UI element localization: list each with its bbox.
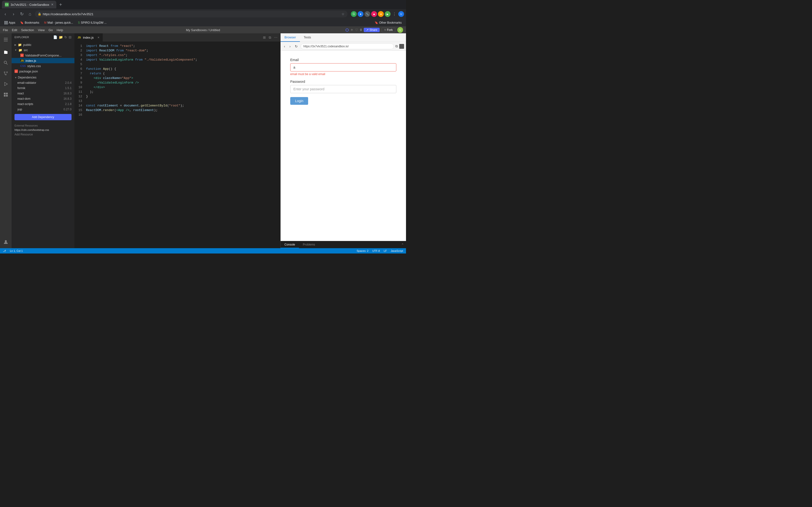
tab-filename: index.js: [83, 36, 94, 39]
refresh-icon[interactable]: ↻: [64, 35, 67, 39]
status-right: Spaces: 2 UTF-8 LF JavaScript: [357, 249, 403, 252]
mail-icon: M: [44, 21, 46, 24]
svg-point-13: [5, 240, 7, 242]
browser-dark-toggle[interactable]: [399, 44, 404, 49]
problems-tab[interactable]: Problems: [299, 241, 319, 248]
apps-label: Apps: [9, 21, 15, 24]
validated-form-file[interactable]: V ValidatedFormCompone...: [12, 53, 74, 58]
tab-close-icon[interactable]: ×: [51, 2, 53, 7]
browser-copy-button[interactable]: ⧉: [395, 44, 398, 48]
browser-url-bar[interactable]: https://3x7vlv3521.codesandbox.io/: [301, 44, 394, 49]
new-file-icon[interactable]: 📄: [53, 35, 57, 39]
index-js-file[interactable]: JS index.js: [12, 58, 74, 63]
menu-selection[interactable]: Selection: [21, 28, 34, 32]
package-json-file[interactable]: { } package.json: [12, 68, 74, 74]
password-input[interactable]: [290, 85, 396, 93]
dep-name-1: formik: [17, 87, 26, 90]
menu-view[interactable]: View: [38, 28, 45, 32]
browser-tab[interactable]: Browser: [281, 33, 300, 42]
ext-icon-2[interactable]: ●: [358, 11, 363, 17]
ext-icon-6[interactable]: ▶: [385, 11, 391, 17]
chrome-tab[interactable]: CS 3x7vlv3521 - CodeSandbox ×: [2, 1, 56, 8]
activity-menu-icon[interactable]: [1, 35, 10, 44]
add-dependency-button[interactable]: Add Dependency: [14, 114, 71, 120]
share-button[interactable]: ↗ Share: [364, 28, 379, 32]
activity-extensions-icon[interactable]: [1, 90, 10, 99]
dep-react-scripts[interactable]: react-scripts 2.1.8: [12, 101, 74, 107]
other-bookmarks[interactable]: 🔖 Other Bookmarks: [373, 20, 403, 25]
browser-bottom-panel: Console Problems ⌃: [281, 241, 406, 248]
browser-back-button[interactable]: ‹: [283, 44, 287, 49]
heart-icon[interactable]: ♡: [355, 28, 358, 32]
menu-go[interactable]: Go: [49, 28, 53, 32]
user-avatar-vscode[interactable]: U: [397, 27, 403, 33]
reload-button[interactable]: ↻: [18, 11, 25, 17]
login-button[interactable]: Login: [290, 97, 308, 105]
add-resource-button[interactable]: Add Resource: [14, 132, 71, 137]
tab-close-btn[interactable]: ×: [98, 36, 100, 39]
status-language: JavaScript: [391, 249, 403, 252]
activity-debug-icon[interactable]: [1, 80, 10, 89]
editor: JS index.js × ⊞ ⧉ ⋯ 12345 678910 1112131…: [74, 33, 280, 248]
fork-button[interactable]: ⑂ Fork: [382, 27, 395, 32]
dep-yup[interactable]: yup 0.27.0: [12, 107, 74, 112]
console-tab[interactable]: Console: [281, 241, 299, 248]
tests-tab[interactable]: Tests: [300, 33, 315, 42]
bookmarks-label[interactable]: 🔖 Bookmarks: [18, 20, 41, 25]
ext-icon-5[interactable]: ★: [378, 11, 384, 17]
address-bar[interactable]: 🔒 https://codesandbox.io/s/3x7vlv3521 ☆: [35, 11, 348, 17]
ext-icon-3[interactable]: 🔧: [364, 11, 370, 17]
svg-line-4: [6, 63, 7, 64]
bookmarks-text: Bookmarks: [24, 21, 39, 24]
sidebar: EXPLORER 📄 📁 ↻ ⊟ ▶ 📁 public ▼ 📁 src: [12, 33, 74, 248]
browser-forward-button[interactable]: ›: [288, 44, 292, 49]
styles-css-file[interactable]: CSS styles.css: [12, 63, 74, 68]
ext-icon-4[interactable]: ◆: [371, 11, 377, 17]
user-avatar[interactable]: U: [398, 11, 404, 17]
home-button[interactable]: ⌂: [27, 11, 33, 17]
new-tab-button[interactable]: +: [57, 1, 64, 8]
dep-react[interactable]: react 16.8.3: [12, 91, 74, 96]
collapse-icon[interactable]: ⊟: [69, 35, 71, 39]
external-resources-label: External Resources: [14, 124, 71, 127]
status-spaces: Spaces: 2: [357, 249, 368, 252]
browser-refresh-button[interactable]: ↻: [293, 44, 299, 49]
activity-search-icon[interactable]: [1, 58, 10, 67]
external-resources-section: External Resources https://cdn.com/boots…: [12, 122, 74, 139]
js-tab-icon: JS: [77, 36, 81, 39]
activity-git-icon[interactable]: [1, 69, 10, 78]
src-folder[interactable]: ▼ 📁 src: [12, 47, 74, 53]
add-button[interactable]: +: [351, 27, 353, 33]
dep-react-dom[interactable]: react-dom 16.8.3: [12, 96, 74, 101]
back-button[interactable]: ‹: [2, 11, 9, 17]
apps-bookmark[interactable]: Apps: [3, 20, 17, 25]
menu-file[interactable]: File: [3, 28, 8, 32]
chrome-menu-icon[interactable]: ⋮: [392, 11, 397, 17]
menu-help[interactable]: Help: [57, 28, 63, 32]
code-content[interactable]: import React from "react"; import ReactD…: [84, 42, 280, 248]
dep-name-0: email-validator: [17, 81, 36, 84]
activity-explorer-icon[interactable]: [1, 48, 10, 56]
split-vertical-icon[interactable]: ⧉: [268, 35, 272, 40]
activity-user-icon[interactable]: [1, 237, 10, 246]
forward-button[interactable]: ›: [10, 11, 17, 17]
star-icon[interactable]: ☆: [342, 12, 345, 16]
dependencies-header[interactable]: ▼ Dependencies: [12, 75, 74, 80]
dep-formik[interactable]: formik 1.5.1: [12, 86, 74, 91]
bookmarks-bar: Apps 🔖 Bookmarks M Mail - james.quick...…: [0, 19, 406, 26]
split-editor-icon[interactable]: ⊞: [262, 35, 267, 40]
expand-panel-icon[interactable]: ⌃: [399, 243, 406, 247]
email-input[interactable]: [290, 63, 396, 71]
chrome-bar: CS 3x7vlv3521 - CodeSandbox × +: [0, 0, 406, 9]
mail-bookmark[interactable]: M Mail - james.quick...: [43, 20, 74, 25]
dep-version-1: 1.5.1: [65, 87, 71, 90]
index-js-tab[interactable]: JS index.js ×: [74, 33, 103, 42]
menu-edit[interactable]: Edit: [12, 28, 17, 32]
public-folder[interactable]: ▶ 📁 public: [12, 42, 74, 47]
new-folder-icon[interactable]: 📁: [59, 35, 63, 39]
spiro-bookmark[interactable]: S SPIRO ILS/spDM ...: [77, 20, 108, 25]
ext-icon-1[interactable]: G: [351, 11, 357, 17]
dep-name-3: react-dom: [17, 97, 31, 101]
more-options-icon[interactable]: ⋯: [273, 35, 278, 40]
dep-email-validator[interactable]: email-validator 2.0.4: [12, 80, 74, 86]
